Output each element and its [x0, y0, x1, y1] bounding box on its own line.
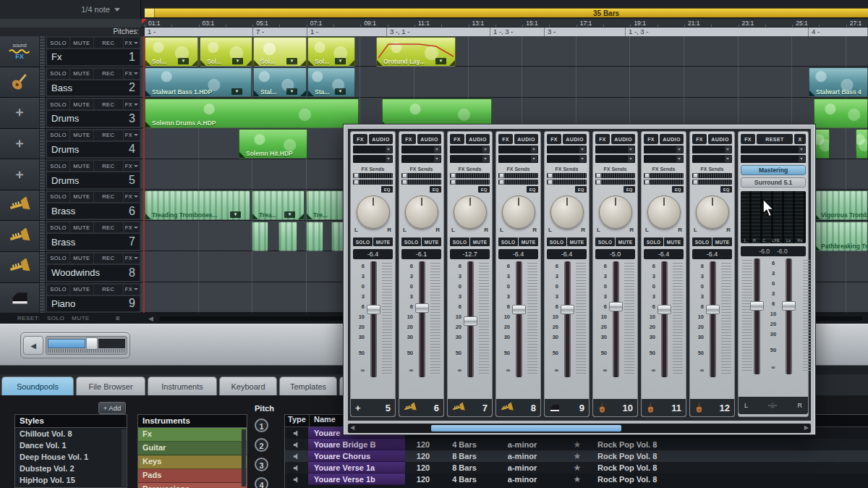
channel-mute-button[interactable]: MUTE — [373, 237, 393, 246]
master-reset-button[interactable]: RESET — [757, 134, 793, 144]
channel-effect-slot-2[interactable] — [401, 155, 441, 163]
channel-fx-button[interactable]: FX — [595, 134, 610, 144]
channel-footer[interactable]: + 9 — [545, 399, 589, 416]
volume-fader[interactable] — [370, 261, 377, 377]
style-item[interactable]: Deep House Vol. 1 — [15, 451, 127, 463]
track-mute-button[interactable]: MUTE — [70, 192, 93, 202]
channel-fx-button[interactable]: FX — [644, 134, 658, 144]
track-drag-handle[interactable] — [39, 190, 46, 221]
track-rec-button[interactable]: REC — [94, 192, 124, 202]
track-solo-button[interactable]: SOLO — [47, 38, 69, 48]
stereo-lock-icon[interactable] — [767, 401, 778, 410]
track-drag-handle[interactable] — [39, 221, 46, 251]
volume-fader[interactable] — [661, 261, 668, 377]
volume-fader[interactable] — [516, 261, 522, 377]
track-solo-button[interactable]: SOLO — [47, 222, 69, 232]
track-mute-button[interactable]: MUTE — [70, 130, 93, 140]
soundpool-row[interactable]: Youare Verse 1a 120 8 Bars a-minor ★ Roc… — [285, 462, 868, 474]
channel-mute-button[interactable]: MUTE — [567, 237, 587, 246]
track-drag-handle[interactable] — [39, 98, 46, 128]
pan-knob[interactable] — [454, 195, 487, 229]
eq-button[interactable]: EQ — [478, 186, 490, 193]
fader-handle[interactable] — [464, 316, 477, 326]
channel-solo-button[interactable]: SOLO — [450, 237, 469, 246]
tab[interactable]: Keyboard — [219, 376, 277, 395]
clip[interactable]: Sol...▼ — [307, 37, 355, 67]
fx-send-slider-2[interactable] — [644, 180, 684, 185]
channel-footer[interactable]: + 7 — [448, 399, 492, 416]
clip[interactable]: Sol...▼ — [145, 37, 198, 67]
channel-footer[interactable]: + 12 — [690, 399, 734, 416]
mixer-scrollbar[interactable]: ◀ ▶ — [348, 424, 811, 433]
track-fx-button[interactable]: FX — [124, 69, 140, 79]
clip[interactable]: Vigorous Tromb — [814, 190, 868, 220]
channel-audio-button[interactable]: AUDIO — [611, 134, 635, 144]
pitch-segment[interactable]: 3 - — [545, 28, 626, 36]
mixer-scroll-right-icon[interactable]: ▶ — [804, 424, 809, 431]
clip[interactable] — [382, 98, 492, 128]
track-fx-button[interactable]: FX — [124, 99, 140, 109]
pan-knob[interactable] — [405, 195, 438, 229]
clip[interactable]: Sol...▼ — [200, 37, 252, 67]
timeline-ruler[interactable]: 01:103:105:107:109:111:113:115:117:119:1… — [141, 19, 868, 28]
pitch-segments[interactable]: 1 -7 -1 -3 -, 1 -1 -, 3 -3 -1 -, 3 -4 - — [145, 28, 868, 36]
track-solo-button[interactable]: SOLO — [47, 253, 69, 264]
pitch-segment[interactable]: 7 - — [253, 28, 307, 36]
eq-button[interactable]: EQ — [575, 186, 587, 193]
clip[interactable]: Pathbreaking Tr — [814, 222, 868, 251]
track-name-row[interactable]: Drums 4 — [47, 142, 140, 158]
clip[interactable]: Stalwart Bass 1.HDP▼ — [145, 67, 252, 97]
eq-button[interactable]: EQ — [430, 186, 441, 193]
eq-button[interactable]: EQ — [672, 186, 684, 193]
scroll-left-icon[interactable]: ◀ — [148, 315, 153, 322]
track-solo-button[interactable]: SOLO — [47, 69, 69, 79]
track-name-row[interactable]: Brass 6 — [47, 203, 140, 219]
track-name-row[interactable]: Brass 7 — [47, 234, 140, 250]
mixer-close-button[interactable]: X — [794, 134, 806, 144]
clip[interactable]: Solemn Hit.HDP — [239, 129, 307, 159]
play-preview-button[interactable] — [285, 464, 308, 472]
channel-effect-slot-1[interactable] — [401, 146, 441, 153]
mixer-window[interactable]: FX AUDIO FX Sends EQ L R SOLO MUTE -6.4 … — [344, 125, 815, 434]
fader-handle[interactable] — [658, 305, 671, 314]
fx-send-slider-1[interactable] — [547, 173, 587, 178]
volume-fader[interactable] — [710, 261, 716, 377]
fx-send-slider-2[interactable] — [692, 180, 732, 185]
pitch-segment[interactable]: 1 - — [307, 28, 387, 36]
soundpool-row[interactable]: Youare Bridge B 120 4 Bars a-minor ★ Roc… — [285, 439, 868, 450]
channel-effect-slot-1[interactable] — [547, 146, 587, 153]
track-instrument-icon[interactable]: sound FX ✛ — [0, 129, 39, 159]
pitch-segment[interactable]: 1 -, 3 - — [626, 28, 809, 36]
track-instrument-icon[interactable]: sound FX ✛ — [0, 36, 39, 67]
channel-effect-slot-1[interactable] — [692, 146, 732, 153]
track-mute-button[interactable]: MUTE — [70, 38, 93, 48]
play-preview-button[interactable] — [285, 429, 308, 437]
track-fx-button[interactable]: FX — [124, 161, 140, 171]
channel-mute-button[interactable]: MUTE — [616, 237, 635, 246]
range-start-handle[interactable] — [145, 9, 155, 17]
channel-effect-slot-2[interactable] — [450, 155, 490, 163]
favorite-star-icon[interactable]: ★ — [557, 474, 597, 484]
clip[interactable]: Stal...▼ — [253, 67, 307, 97]
track-drag-handle[interactable] — [39, 159, 46, 190]
pan-knob[interactable] — [599, 195, 632, 229]
loop-name-cell[interactable]: Youare Bridge B — [308, 439, 405, 450]
track-fx-button[interactable]: FX — [124, 222, 140, 232]
fx-send-slider-2[interactable] — [353, 180, 393, 185]
channel-fx-button[interactable]: FX — [692, 134, 707, 144]
loop-name-cell[interactable]: Youare Verse 1a — [308, 462, 405, 474]
channel-effect-slot-2[interactable] — [644, 155, 684, 163]
track-drag-handle[interactable] — [39, 67, 46, 98]
volume-fader[interactable] — [467, 261, 474, 377]
channel-footer[interactable]: + 8 — [496, 399, 540, 416]
clip[interactable]: Sta...▼ — [307, 67, 355, 97]
automation-list-icon[interactable]: ≡ — [116, 314, 120, 322]
channel-effect-slot-2[interactable] — [498, 155, 538, 163]
channel-audio-button[interactable]: AUDIO — [417, 134, 441, 144]
channel-effect-slot-1[interactable] — [498, 146, 538, 153]
track-instrument-icon[interactable]: sound FX ✛ — [0, 283, 39, 314]
quantize-select[interactable]: 1/4 note — [0, 0, 141, 19]
channel-audio-button[interactable]: AUDIO — [466, 134, 490, 144]
channel-audio-button[interactable]: AUDIO — [708, 134, 732, 144]
track-fx-button[interactable]: FX — [124, 253, 140, 264]
